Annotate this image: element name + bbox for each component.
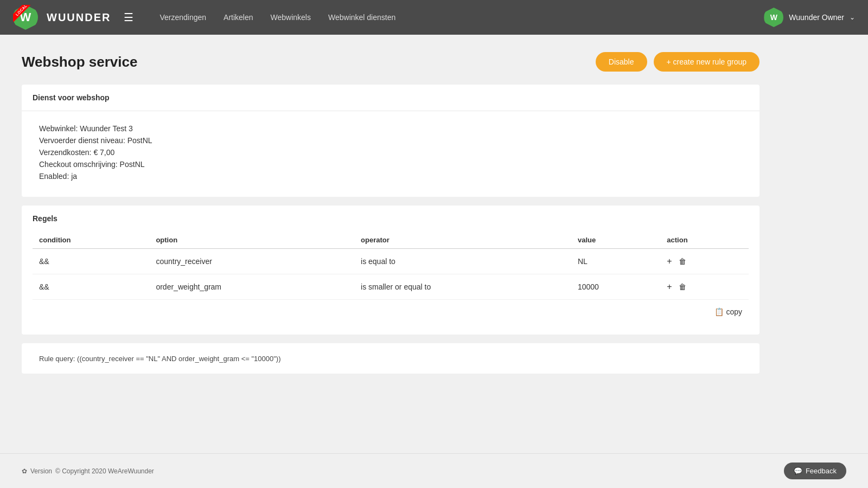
table-row: && country_receiver is equal to NL + 🗑 — [33, 249, 749, 274]
row0-add-icon[interactable]: + — [667, 256, 672, 266]
nav-webwinkels[interactable]: Webwinkels — [271, 11, 311, 24]
header-left: LOCAL W WUUNDER ☰ Verzendingen Artikelen… — [13, 5, 395, 30]
col-value: value — [571, 232, 660, 249]
user-name: Wuunder Owner — [789, 13, 844, 22]
logo-text: WUUNDER — [47, 11, 111, 24]
col-operator: operator — [354, 232, 571, 249]
header: LOCAL W WUUNDER ☰ Verzendingen Artikelen… — [0, 0, 868, 35]
copy-button[interactable]: 📋 copy — [714, 307, 742, 316]
info-line-3: Checkout omschrijving: PostNL — [39, 160, 742, 169]
info-line-4: Enabled: ja — [39, 172, 742, 181]
copy-row: 📋 copy — [33, 300, 749, 324]
copy-cell: 📋 copy — [33, 300, 749, 324]
row1-operator: is smaller or equal to — [354, 274, 571, 300]
rules-table-body: && country_receiver is equal to NL + 🗑 &… — [33, 249, 749, 324]
page-title: Webshop service — [22, 54, 137, 70]
nav-artikelen[interactable]: Artikelen — [224, 11, 253, 24]
rules-section: Regels condition option operator value a… — [22, 206, 760, 335]
dienst-section-body: Webwinkel: Wuunder Test 3 Vervoerder die… — [22, 111, 760, 197]
row1-action-icons: + 🗑 — [667, 282, 742, 292]
rules-table: condition option operator value action &… — [33, 232, 749, 324]
col-option: option — [149, 232, 354, 249]
row1-action: + 🗑 — [660, 274, 749, 300]
rules-table-wrap: condition option operator value action &… — [22, 232, 760, 335]
chevron-down-icon[interactable]: ⌄ — [850, 14, 855, 21]
copy-label: copy — [726, 307, 742, 316]
nav-webwinkel-diensten[interactable]: Webwinkel diensten — [328, 11, 395, 24]
col-condition: condition — [33, 232, 149, 249]
copy-icon: 📋 — [714, 307, 724, 316]
row1-option: order_weight_gram — [149, 274, 354, 300]
row0-action-icons: + 🗑 — [667, 256, 742, 266]
dienst-section: Dienst voor webshop Webwinkel: Wuunder T… — [22, 85, 760, 197]
rules-table-header-row: condition option operator value action — [33, 232, 749, 249]
create-rule-group-button[interactable]: + create new rule group — [654, 52, 760, 72]
main-content: Webshop service Disable + create new rul… — [0, 35, 781, 400]
info-line-0: Webwinkel: Wuunder Test 3 — [39, 124, 742, 133]
info-line-2: Verzendkosten: € 7,00 — [39, 148, 742, 157]
dienst-section-header: Dienst voor webshop — [22, 85, 760, 111]
row0-delete-icon[interactable]: 🗑 — [679, 257, 686, 266]
row0-option: country_receiver — [149, 249, 354, 274]
nav-verzendingen[interactable]: Verzendingen — [159, 11, 206, 24]
row0-action: + 🗑 — [660, 249, 749, 274]
row1-delete-icon[interactable]: 🗑 — [679, 282, 686, 291]
row1-value: 10000 — [571, 274, 660, 300]
row0-operator: is equal to — [354, 249, 571, 274]
row1-condition: && — [33, 274, 149, 300]
rule-query-text: Rule query: ((country_receiver == "NL" A… — [39, 355, 281, 363]
header-right: W Wuunder Owner ⌄ — [764, 8, 855, 27]
header-actions: Disable + create new rule group — [596, 52, 760, 72]
rule-query-section: Rule query: ((country_receiver == "NL" A… — [22, 343, 760, 374]
page-header: Webshop service Disable + create new rul… — [22, 52, 760, 72]
col-action: action — [660, 232, 749, 249]
table-row: && order_weight_gram is smaller or equal… — [33, 274, 749, 300]
user-avatar: W — [764, 8, 783, 27]
main-nav: Verzendingen Artikelen Webwinkels Webwin… — [159, 11, 395, 24]
rules-table-head: condition option operator value action — [33, 232, 749, 249]
rules-section-header: Regels — [22, 206, 760, 232]
info-line-1: Vervoerder dienst niveau: PostNL — [39, 136, 742, 145]
disable-button[interactable]: Disable — [596, 52, 647, 72]
hamburger-icon[interactable]: ☰ — [124, 11, 133, 24]
row1-add-icon[interactable]: + — [667, 282, 672, 292]
row0-condition: && — [33, 249, 149, 274]
logo-wrap: LOCAL W — [13, 5, 38, 30]
row0-value: NL — [571, 249, 660, 274]
